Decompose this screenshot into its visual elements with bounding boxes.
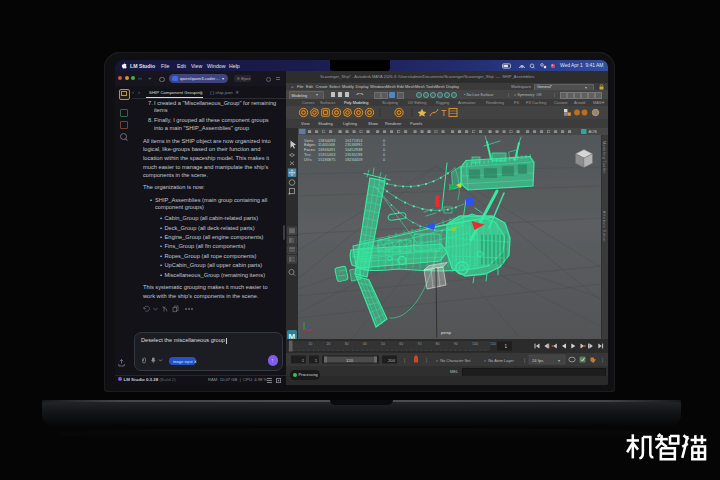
svg-text:24 fps: 24 fps xyxy=(532,358,543,363)
svg-text:UVs:: UVs: xyxy=(304,157,312,162)
svg-text:80: 80 xyxy=(436,342,440,346)
svg-text:|: | xyxy=(602,358,603,363)
svg-text:T: T xyxy=(441,108,447,118)
svg-text:90: 90 xyxy=(454,342,458,346)
svg-text:|: | xyxy=(524,358,525,363)
svg-text:persp: persp xyxy=(441,330,452,335)
svg-text:200: 200 xyxy=(388,358,396,363)
svg-text:≈ No Character Set: ≈ No Character Set xyxy=(436,358,471,363)
svg-text:AOS: AOS xyxy=(589,129,598,134)
svg-text:100: 100 xyxy=(472,342,478,346)
svg-text:40: 40 xyxy=(363,342,367,346)
svg-text:50: 50 xyxy=(381,342,385,346)
svg-text:20: 20 xyxy=(326,342,330,346)
svg-text:▾: ▾ xyxy=(558,358,560,363)
svg-text:18234459: 18234459 xyxy=(345,157,362,162)
svg-text:10: 10 xyxy=(308,342,312,346)
svg-text:|: | xyxy=(404,358,405,363)
svg-text:≈ No Anim Layer: ≈ No Anim Layer xyxy=(484,358,515,363)
svg-text:15186875: 15186875 xyxy=(318,157,335,162)
svg-text:60: 60 xyxy=(399,342,403,346)
svg-text:70: 70 xyxy=(417,342,421,346)
svg-text:120: 120 xyxy=(346,358,354,363)
svg-text:|: | xyxy=(426,358,427,363)
svg-text:110: 110 xyxy=(490,342,496,346)
svg-text:30: 30 xyxy=(345,342,349,346)
